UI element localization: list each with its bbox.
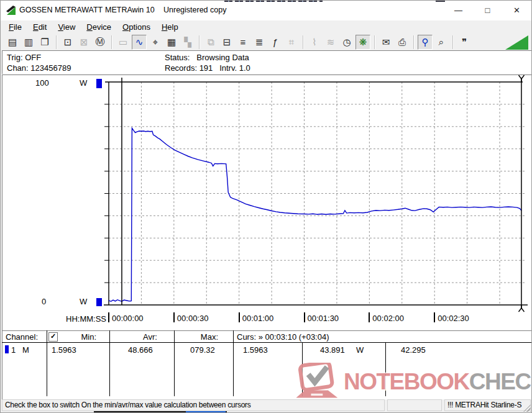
toolbar-separator <box>199 35 200 49</box>
avr-column-header: Avr: <box>123 332 157 342</box>
import-file-button[interactable]: ▤ <box>5 35 20 50</box>
browse-status: Status: Browsing Data <box>165 53 249 62</box>
gmc-logo-triangle <box>505 35 528 50</box>
cursor-top-marker[interactable] <box>518 75 524 82</box>
watermark-text-primary: NOTEBOOK <box>344 370 469 393</box>
lcd-display-button[interactable]: ▭ <box>116 35 131 50</box>
channel-1-color-swatch <box>5 345 9 353</box>
license-status: Unregistered copy <box>163 6 226 14</box>
print-button[interactable]: ⎙ <box>395 35 410 50</box>
x-tick-label: 00:00:30 <box>177 314 209 323</box>
toolbar-separator <box>413 35 414 49</box>
min-column-header: Min: <box>61 332 96 342</box>
table-column-divider <box>47 330 47 396</box>
minmax-toggle-checkbox[interactable]: ✓ <box>48 332 58 342</box>
notebookcheck-laptop-icon <box>289 363 344 400</box>
minimize-button[interactable]: — <box>444 1 473 20</box>
metrawin-window: GOSSEN METRAWATT METRAwin 10 Unregistere… <box>0 0 532 413</box>
table-column-divider <box>233 330 234 396</box>
curve-view-button[interactable]: ∿ <box>132 35 147 50</box>
x-tick-mark <box>369 312 370 322</box>
scope-view-button[interactable]: ⌖ <box>148 35 163 50</box>
background-window-fragment <box>436 1 445 2</box>
channel-status: Chan: 123456789 <box>7 63 71 73</box>
wave-output-button[interactable]: ≋ <box>323 35 338 50</box>
cursor-bottom-marker[interactable] <box>518 305 524 312</box>
maximize-button[interactable]: □ <box>473 1 502 20</box>
app-title: GOSSEN METRAWATT <box>19 6 103 14</box>
x-tick-mark <box>108 312 109 322</box>
status-message: Check the box to switch On the min/avr/m… <box>2 399 385 411</box>
background-window-fragment <box>224 1 323 2</box>
table-header-divider <box>2 342 531 343</box>
menu-edit[interactable]: Edit <box>27 21 52 33</box>
x-tick-label: 00:02:00 <box>372 314 404 323</box>
device-status: !!! METRAHit Starline-S <box>444 399 531 411</box>
menu-help[interactable]: Help <box>156 21 184 33</box>
x-tick-mark <box>434 312 435 322</box>
chart-panel: 100 W 0 W HH:MM:SS 00:00:0000:00:3000:01… <box>2 75 531 330</box>
menu-file[interactable]: File <box>3 21 27 33</box>
table-view-button[interactable]: ▦ <box>164 35 179 50</box>
menu-bar: FileEditViewDeviceOptionsHelp <box>1 20 531 34</box>
channel-settings-button[interactable]: ≣ <box>252 35 267 50</box>
analog-output-button[interactable]: ⌇ <box>307 35 322 50</box>
time-format-label: HH:MM:SS <box>57 314 106 324</box>
cursor-b-value: 42.295 <box>401 345 426 355</box>
tooltip-button[interactable]: ❞ <box>457 35 472 50</box>
table-column-divider <box>109 330 110 396</box>
x-tick-label: 00:02:30 <box>438 314 469 323</box>
menu-options[interactable]: Options <box>117 21 156 33</box>
trigger-status: Trig: OFF <box>7 53 41 62</box>
open-file-button[interactable]: ❐ <box>37 35 52 50</box>
debug-monitor-button[interactable]: ❋ <box>355 35 370 50</box>
menu-device[interactable]: Device <box>81 21 117 33</box>
x-tick-label: 00:01:00 <box>242 314 274 323</box>
max-column-header: Max: <box>184 332 218 342</box>
x-tick-mark <box>239 312 240 322</box>
toolbar-separator <box>303 35 303 49</box>
timer-button[interactable]: ◷ <box>339 35 354 50</box>
cursor-column-header: Curs: » 00:03:10 (+03:04) <box>237 332 329 342</box>
bar-view-button[interactable]: ▚ <box>180 35 195 50</box>
max-value: 079.32 <box>190 345 215 355</box>
toolbar-separator <box>111 35 112 49</box>
close-button[interactable]: ✕ <box>502 1 531 20</box>
status-spacer-panel <box>387 399 442 411</box>
product-title: METRAwin 10 <box>105 6 155 14</box>
x-tick-00:01:30: 00:01:30 <box>304 312 339 323</box>
x-tick-00:00:30: 00:00:30 <box>173 312 209 323</box>
power-chart-svg <box>2 75 530 326</box>
toolbar: ▤▥❐⊡⊠Ⓜ▭∿⌖▦▚⧉⊟≡≣ƒ⌗⌇≋◷❋✉⎙⚲⌕❞ <box>1 34 531 50</box>
save-file-button[interactable]: ▥ <box>21 35 36 50</box>
x-tick-00:02:30: 00:02:30 <box>434 312 469 323</box>
window-controls: — □ ✕ <box>444 1 531 20</box>
read-device-button[interactable]: ⊡ <box>60 35 75 50</box>
app-logo-icon <box>6 6 16 16</box>
cursor-avg-unit: W <box>356 345 364 355</box>
store-view-button[interactable]: ⊟ <box>219 35 234 50</box>
print-report-button[interactable]: ✉ <box>378 35 393 50</box>
toolbar-separator <box>374 35 375 49</box>
zoom-curve-button[interactable]: ⚲ <box>418 35 433 50</box>
zoom-select-button[interactable]: ⌕ <box>434 35 449 50</box>
x-tick-label: 00:00:00 <box>112 314 144 323</box>
channel-number: 1 <box>11 345 16 355</box>
table-column-divider <box>174 330 175 396</box>
x-tick-00:00:00: 00:00:00 <box>108 312 144 323</box>
notebookcheck-watermark: NOTEBOOK CHECK <box>289 363 532 399</box>
menu-view[interactable]: View <box>52 21 81 33</box>
formula-button[interactable]: ƒ <box>268 35 283 50</box>
toolbar-separator <box>452 35 453 49</box>
records-status: Records: 191 Intrv. 1.0 <box>165 63 250 73</box>
cursor-avg-value: 43.891 <box>320 345 345 355</box>
x-tick-mark <box>304 312 305 322</box>
x-tick-label: 00:01:30 <box>308 314 339 323</box>
numeric-display-button[interactable]: ⌗ <box>284 35 299 50</box>
stop-device-button[interactable]: ⊠ <box>76 35 91 50</box>
device-memory-button[interactable]: Ⓜ <box>93 35 108 50</box>
channel-mode: M <box>22 345 29 355</box>
scale-settings-button[interactable]: ≡ <box>236 35 250 50</box>
export-view-button[interactable]: ⧉ <box>203 35 218 50</box>
power-curve <box>109 128 521 301</box>
